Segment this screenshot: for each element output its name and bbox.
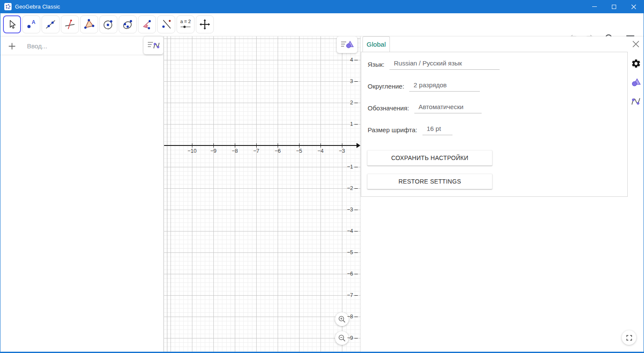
rounding-value: 2 разрядов	[413, 81, 446, 89]
chevron-down-icon	[474, 105, 479, 109]
y-axis-tick	[354, 60, 358, 60]
fullscreen-icon	[626, 334, 633, 341]
svg-text:A: A	[32, 19, 36, 25]
tool-slider[interactable]: a = 2	[177, 15, 195, 33]
y-axis-tick	[354, 103, 358, 103]
algebra-input[interactable]	[27, 38, 138, 53]
circle-icon	[102, 18, 114, 30]
close-window-button[interactable]	[624, 0, 644, 13]
titlebar: GeoGebra Classic	[0, 0, 644, 13]
perpendicular-line-icon	[64, 19, 75, 30]
tab-global[interactable]: Global	[362, 36, 390, 52]
labeling-dropdown[interactable]: Автоматически	[414, 102, 482, 113]
y-axis-tick	[354, 124, 358, 125]
svg-text:a = 2: a = 2	[180, 19, 191, 24]
tool-angle[interactable]: α	[138, 15, 156, 33]
x-axis-tick-label: −3	[335, 148, 348, 154]
move-view-icon	[199, 18, 211, 30]
tool-reflect-about-line[interactable]	[157, 15, 175, 33]
tool-point[interactable]: A	[22, 15, 40, 33]
graphics-style-icon	[340, 39, 354, 50]
slider-icon: a = 2	[179, 18, 192, 31]
algebra-style-bar-button[interactable]	[144, 36, 163, 54]
labeling-row: Обозначения: Автоматически	[368, 101, 482, 114]
language-dropdown[interactable]: Russian / Русский язык	[389, 59, 500, 70]
line-icon	[45, 19, 56, 30]
y-axis-tick	[354, 295, 358, 296]
y-axis-tick	[354, 252, 358, 253]
close-settings-button[interactable]	[629, 38, 642, 50]
move-cursor-icon	[6, 19, 18, 30]
settings-panel: Global Язык: Russian / Русский язык Окру…	[361, 36, 628, 352]
svg-text:α: α	[146, 23, 148, 27]
graphics-view[interactable]: −10−9−8−7−6−5−4−34321−1−2−3−4−5−6−7−8−9	[164, 36, 360, 352]
graphics-tab-icon	[631, 77, 641, 88]
language-value: Russian / Русский язык	[394, 59, 462, 67]
x-axis-tick-label: −8	[228, 148, 241, 154]
tool-polygon[interactable]	[80, 15, 98, 33]
chevron-down-icon	[445, 127, 450, 131]
restore-settings-button[interactable]: RESTORE SETTINGS	[367, 174, 492, 189]
save-settings-button[interactable]: СОХРАНИТЬ НАСТРОЙКИ	[367, 150, 492, 166]
main-area: −10−9−8−7−6−5−4−34321−1−2−3−4−5−6−7−8−9 …	[0, 36, 644, 352]
x-axis-tick	[299, 143, 300, 148]
tool-ellipse[interactable]	[119, 15, 137, 33]
y-axis-tick-label: −5	[340, 249, 353, 256]
global-settings-tab-button[interactable]	[629, 57, 642, 70]
ellipse-icon	[122, 18, 134, 30]
tool-move-graphics-view[interactable]	[196, 15, 214, 33]
x-axis-tick-label: −10	[186, 148, 198, 154]
tool-line[interactable]	[42, 15, 60, 33]
y-axis-tick	[354, 167, 358, 167]
y-axis-tick-label: −8	[340, 313, 353, 320]
labeling-label: Обозначения:	[368, 104, 409, 112]
rounding-label: Округление:	[368, 83, 404, 90]
chevron-down-icon	[492, 62, 497, 65]
fullscreen-button[interactable]	[622, 330, 636, 345]
y-axis-tick-label: −1	[340, 163, 353, 170]
minimize-icon	[592, 6, 597, 7]
plus-icon	[8, 42, 16, 50]
x-axis-tick-label: −5	[293, 148, 306, 154]
tool-perpendicular-line[interactable]	[61, 15, 79, 33]
window-controls	[584, 0, 644, 13]
graphics-settings-tab-button[interactable]	[629, 76, 642, 89]
algebra-panel	[0, 36, 163, 352]
font-size-dropdown[interactable]: 16 pt	[422, 124, 452, 135]
x-axis-tick-label: −7	[250, 148, 263, 154]
y-axis-tick-label: −9	[340, 335, 353, 341]
angle-icon: α	[141, 18, 153, 30]
window-title: GeoGebra Classic	[15, 4, 60, 10]
x-axis-tick	[278, 143, 278, 148]
algebra-settings-tab-button[interactable]	[629, 95, 642, 107]
x-axis-tick-label: −6	[271, 148, 284, 154]
minimize-button[interactable]	[584, 0, 604, 13]
x-axis-tick	[256, 143, 257, 148]
global-settings-box: Язык: Russian / Русский язык Округление:…	[361, 52, 628, 197]
y-axis-tick-label: 4	[340, 56, 353, 63]
y-axis-tick-label: −6	[340, 270, 353, 277]
x-axis-tick-label: −9	[207, 148, 220, 154]
tool-move[interactable]	[3, 15, 21, 33]
settings-tab-row: Global	[361, 36, 628, 52]
add-expression-button[interactable]	[6, 41, 18, 52]
point-icon: A	[26, 19, 37, 30]
y-axis-tick	[354, 188, 358, 189]
close-icon	[632, 40, 640, 48]
x-axis-tick	[321, 143, 321, 148]
algebra-tab-icon	[631, 96, 641, 106]
x-axis	[164, 145, 357, 146]
gear-icon	[631, 59, 641, 68]
close-window-icon	[631, 4, 636, 9]
y-axis-tick-label: 1	[340, 121, 353, 128]
y-axis-tick-label: −2	[340, 185, 353, 192]
y-axis-tick-label: 2	[340, 99, 353, 106]
font-size-value: 16 pt	[427, 125, 441, 132]
tool-circle-center-point[interactable]	[99, 15, 117, 33]
rounding-row: Округление: 2 разрядов	[368, 80, 480, 92]
graphics-style-bar-button[interactable]	[337, 36, 357, 53]
maximize-button[interactable]	[604, 0, 624, 13]
y-axis-tick-label: 3	[340, 78, 353, 85]
rounding-dropdown[interactable]: 2 разрядов	[409, 80, 480, 92]
y-axis-tick	[354, 317, 358, 317]
